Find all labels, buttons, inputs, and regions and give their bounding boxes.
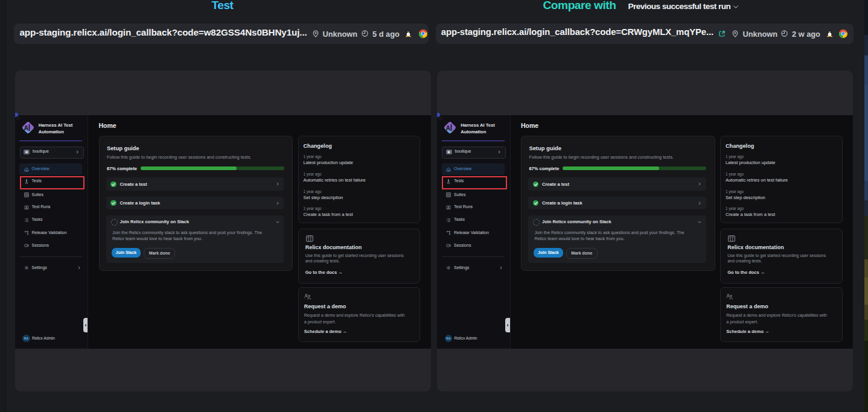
svg-text:A: A [446,124,451,132]
svg-text:A: A [24,124,28,132]
